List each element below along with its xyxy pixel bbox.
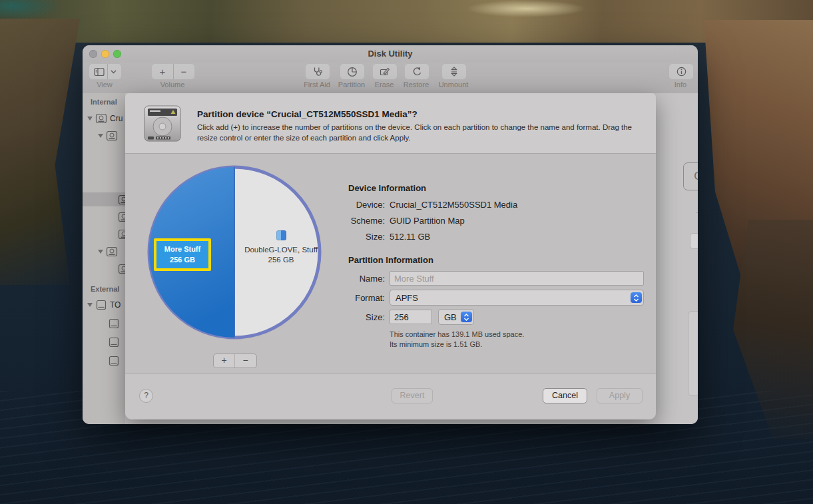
dropdown-stepper-icon (631, 292, 642, 303)
unmount-button[interactable] (441, 63, 467, 80)
view-label: View (89, 81, 121, 89)
sidebar-item-external-disk[interactable]: TO (87, 298, 121, 312)
device-size-box-fragment: GB (683, 162, 698, 190)
help-button[interactable]: ? (139, 389, 153, 403)
erase-button[interactable] (372, 63, 398, 80)
erase-icon (380, 67, 390, 77)
wallpaper-mountain-ridge (0, 0, 813, 43)
info-label: Info (669, 81, 692, 89)
restore-label: Restore (400, 81, 432, 89)
wallpaper-teal-patch (0, 0, 60, 20)
volume-icon (106, 130, 118, 141)
format-dropdown[interactable]: APFS (390, 290, 644, 306)
partition-label: Partition (336, 81, 368, 89)
selected-partition-size: 256 GB (170, 255, 195, 266)
cancel-button[interactable]: Cancel (543, 388, 587, 403)
partition-sheet-dialog: Partition device “Crucial_CT512M550SSD1 … (125, 93, 656, 419)
first-aid-button[interactable] (305, 63, 330, 80)
partition-info-heading: Partition Information (348, 255, 433, 265)
hard-drive-icon (142, 105, 183, 145)
other-partition-size: 256 GB (268, 256, 294, 264)
disclosure-triangle-icon[interactable] (98, 250, 103, 254)
wallpaper-sky-patch (466, 0, 586, 17)
name-label: Name: (335, 274, 385, 284)
window-title: Disk Utility (83, 49, 698, 59)
sidebar-item-container[interactable] (98, 245, 118, 258)
sidebar-section-internal: Internal (91, 98, 117, 106)
device-label: Device: (335, 200, 385, 210)
sheet-description: Click add (+) to increase the number of … (197, 122, 645, 143)
restore-undo-arrow-icon (411, 67, 422, 77)
external-volume-icon (108, 337, 120, 348)
unmount-eject-icon (449, 67, 459, 77)
volume-segmented-control: + − (151, 63, 195, 80)
external-volume-icon (108, 356, 120, 366)
other-partition-name: DoubleG-LOVE, Stuff (244, 246, 318, 254)
device-info-heading: Device Information (348, 183, 426, 193)
add-volume-button[interactable]: + (152, 65, 173, 79)
scheme-value: GUID Partition Map (390, 216, 465, 226)
content-field-fragment (690, 233, 698, 249)
external-volume-icon (108, 318, 120, 329)
external-disk-icon (95, 300, 107, 310)
partition-pie-icon (347, 67, 358, 77)
scheme-label: Scheme: (335, 216, 385, 226)
disclosure-triangle-icon[interactable] (98, 134, 103, 138)
sidebar: Internal Cru External (83, 93, 125, 424)
volume-label: Volume (151, 81, 194, 89)
erase-label: Erase (368, 81, 400, 89)
size-unit-dropdown[interactable]: GB (438, 309, 474, 325)
sidebar-item-external-volume[interactable] (108, 354, 120, 368)
sidebar-item-container[interactable] (98, 129, 118, 142)
sheet-title: Partition device “Crucial_CT512M550SSD1 … (197, 109, 417, 119)
sidebar-item-label: Cru (110, 114, 123, 123)
info-icon (677, 67, 686, 77)
sidebar-item-external-volume[interactable] (108, 317, 120, 330)
titlebar[interactable]: Disk Utility (83, 45, 698, 63)
selected-partition-name: More Stuff (164, 244, 200, 255)
used-space-note: This container has 139.1 MB used space. (390, 330, 524, 338)
unmount-label: Unmount (433, 81, 473, 89)
size-unit-value: GB (439, 312, 461, 322)
revert-button[interactable]: Revert (392, 388, 433, 403)
disclosure-triangle-icon[interactable] (87, 303, 93, 307)
device-value: Crucial_CT512M550SSD1 Media (390, 200, 517, 210)
sidebar-item-label: TO (110, 300, 121, 310)
device-size-label: Size: (335, 232, 385, 242)
partition-name-input[interactable] (390, 271, 644, 286)
partition-add-remove-control: + − (213, 354, 257, 368)
other-partition-label[interactable]: DoubleG-LOVE, Stuff 256 GB (234, 230, 328, 266)
toolbar: View + − Volume First Aid Partition (83, 63, 698, 94)
partition-size-input[interactable] (390, 310, 432, 324)
info-button[interactable] (669, 63, 694, 80)
minimum-size-note: Its minimum size is 1.51 GB. (390, 340, 482, 348)
finder-icon (276, 230, 286, 240)
remove-partition-button[interactable]: − (235, 354, 256, 368)
sidebar-view-icon (94, 67, 105, 77)
size-label: Size: (335, 312, 385, 322)
disclosure-triangle-icon[interactable] (87, 117, 93, 121)
info-panel-fragment (688, 311, 698, 396)
format-label: Format: (335, 293, 385, 303)
stethoscope-icon (312, 67, 323, 77)
remove-volume-button[interactable]: − (174, 65, 194, 79)
view-button-divider (107, 64, 108, 79)
sidebar-section-external: External (91, 285, 119, 293)
partition-button[interactable] (340, 63, 365, 80)
format-value: APFS (390, 293, 631, 303)
restore-button[interactable] (404, 63, 429, 80)
sidebar-item-external-volume[interactable] (108, 336, 120, 349)
sidebar-item-internal-disk[interactable]: Cru (87, 112, 123, 125)
device-size-value: 512.11 GB (390, 232, 430, 242)
view-button[interactable] (89, 63, 122, 80)
chevron-down-icon (111, 70, 117, 74)
first-aid-label: First Aid (294, 81, 340, 89)
content-divider (696, 212, 698, 213)
volume-icon (106, 246, 118, 257)
dropdown-stepper-icon (461, 312, 472, 322)
apply-button[interactable]: Apply (597, 388, 643, 403)
sheet-header: Partition device “Crucial_CT512M550SSD1 … (125, 93, 656, 154)
add-partition-button[interactable]: + (214, 354, 234, 368)
internal-disk-icon (95, 113, 107, 124)
selected-partition-label[interactable]: More Stuff 256 GB (154, 238, 211, 271)
